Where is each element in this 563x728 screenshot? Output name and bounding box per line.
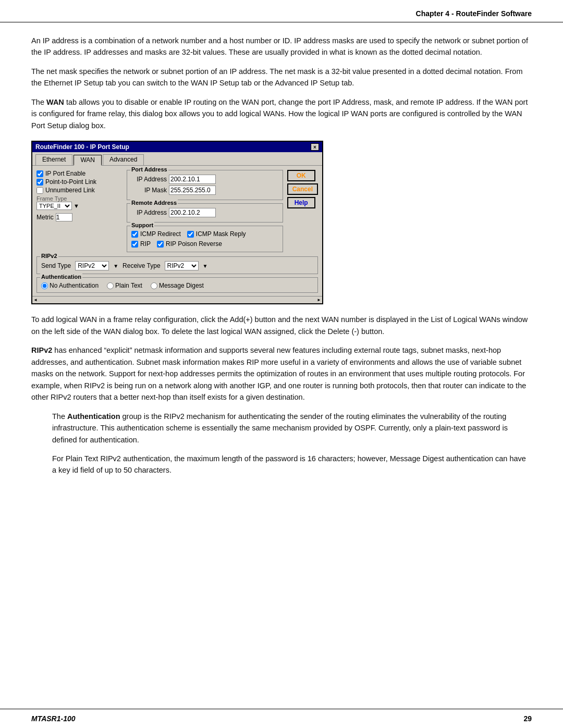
ripv2-section: RIPv2 Send Type RIPv2 ▼ Receive Type RIP…: [36, 256, 318, 274]
tab-wan[interactable]: WAN: [74, 155, 102, 166]
message-digest-option: Message Digest: [151, 282, 204, 289]
ok-button[interactable]: OK: [287, 170, 315, 181]
port-mask-row: IP Mask: [131, 186, 278, 195]
metric-input[interactable]: [56, 213, 72, 221]
dialog-scrollbar-bottom: ◄ ►: [32, 296, 322, 303]
port-mask-input[interactable]: [169, 186, 216, 195]
plain-text-radio[interactable]: [107, 282, 114, 289]
authentication-options-row: No Authentication Plain Text Message Dig…: [41, 282, 313, 289]
message-digest-label: Message Digest: [159, 282, 204, 289]
content-area: An IP address is a combination of a netw…: [0, 22, 563, 476]
dialog-tabs: Ethernet WAN Advanced: [32, 152, 322, 165]
dialog-titlebar: RouteFinder 100 - IP Port Setup ×: [32, 142, 322, 152]
icmp-redirect-checkbox[interactable]: [131, 231, 138, 238]
dialog-wrapper: RouteFinder 100 - IP Port Setup × Ethern…: [31, 141, 532, 304]
footer: MTASR1-100 29: [0, 709, 563, 728]
point-to-point-label: Point-to-Point Link: [45, 178, 96, 186]
p5-bold: RIPv2: [31, 346, 52, 354]
send-type-dropdown-icon: ▼: [113, 263, 118, 269]
footer-page-number: 29: [523, 714, 532, 723]
support-row-1: ICMP Redirect ICMP Mask Reply: [131, 230, 278, 239]
no-auth-option: No Authentication: [41, 282, 99, 289]
metric-label: Metric: [36, 214, 54, 221]
icmp-redirect-label: ICMP Redirect: [140, 230, 181, 238]
p5-text-end: has enhanced “explicit” netmask informat…: [31, 346, 526, 401]
paragraph-7: For Plain Text RIPv2 authentication, the…: [52, 453, 532, 476]
point-to-point-row: Point-to-Point Link: [36, 178, 123, 186]
no-auth-radio[interactable]: [41, 282, 48, 289]
p6-bold: Authentication: [67, 412, 120, 421]
port-ip-input[interactable]: [169, 175, 216, 184]
dialog-left-panel: IP Port Enable Point-to-Point Link Unnum…: [36, 170, 123, 254]
paragraph-4: To add logical WAN in a frame relay conf…: [31, 314, 532, 337]
icmp-redirect-row: ICMP Redirect: [131, 230, 181, 238]
support-row-2: RIP RIP Poison Reverse: [131, 240, 278, 249]
rip-row: RIP: [131, 240, 151, 248]
unnumbered-checkbox[interactable]: [36, 187, 43, 194]
authentication-title: Authentication: [40, 274, 82, 280]
help-button[interactable]: Help: [287, 197, 315, 208]
paragraph-1: An IP address is a combination of a netw…: [31, 35, 532, 58]
p3-text-start: The: [31, 98, 46, 106]
remote-ip-label: IP Address: [131, 209, 167, 216]
metric-row: Metric: [36, 213, 123, 221]
ip-port-enable-checkbox[interactable]: [36, 170, 43, 177]
frame-type-select[interactable]: TYPE_II: [36, 202, 72, 210]
paragraph-2: The net mask specifies the network or su…: [31, 66, 532, 89]
dialog-buttons-panel: OK Cancel Help: [287, 170, 318, 254]
rip-poison-label: RIP Poison Reverse: [166, 240, 222, 248]
authentication-section: Authentication No Authentication Plain T…: [36, 277, 318, 293]
dialog-title: RouteFinder 100 - IP Port Setup: [35, 143, 129, 151]
p3-bold: WAN: [46, 98, 64, 106]
plain-text-label: Plain Text: [115, 282, 142, 289]
unnumbered-label: Unnumbered Link: [45, 187, 95, 194]
unnumbered-row: Unnumbered Link: [36, 187, 123, 194]
no-auth-label: No Authentication: [50, 282, 99, 289]
ip-port-enable-label: IP Port Enable: [45, 170, 85, 177]
paragraph-5: RIPv2 has enhanced “explicit” netmask in…: [31, 344, 532, 403]
point-to-point-checkbox[interactable]: [36, 179, 43, 186]
scroll-left-icon: ◄: [33, 298, 38, 302]
receive-type-select[interactable]: RIPv2: [165, 261, 199, 270]
ip-port-enable-row: IP Port Enable: [36, 170, 123, 177]
footer-document-id: MTASR1-100: [31, 714, 76, 723]
plain-text-option: Plain Text: [107, 282, 142, 289]
receive-type-dropdown-icon: ▼: [203, 263, 208, 269]
send-type-select[interactable]: RIPv2: [75, 261, 109, 270]
support-group: Support ICMP Redirect ICMP: [127, 226, 283, 252]
remote-address-group: Remote Address IP Address: [127, 203, 283, 223]
receive-type-label: Receive Type: [123, 262, 161, 269]
paragraph-3: The WAN tab allows you to disable or ena…: [31, 96, 532, 131]
icmp-mask-reply-checkbox[interactable]: [187, 231, 194, 238]
message-digest-radio[interactable]: [151, 282, 157, 289]
page-container: Chapter 4 - RouteFinder Software An IP a…: [0, 0, 563, 728]
port-ip-label: IP Address: [131, 176, 167, 183]
header: Chapter 4 - RouteFinder Software: [0, 0, 563, 22]
chapter-title: Chapter 4 - RouteFinder Software: [416, 9, 532, 18]
icmp-mask-reply-row: ICMP Mask Reply: [187, 230, 246, 238]
frame-type-label: Frame Type: [36, 195, 123, 202]
remote-address-title: Remote Address: [130, 200, 178, 206]
tab-ethernet[interactable]: Ethernet: [35, 154, 72, 165]
remote-ip-row: IP Address: [131, 208, 278, 217]
port-address-group: Port Address IP Address IP Mask: [127, 170, 283, 200]
port-mask-label: IP Mask: [131, 187, 167, 194]
rip-poison-row: RIP Poison Reverse: [157, 240, 222, 248]
rip-checkbox[interactable]: [131, 241, 138, 248]
ripv2-title: RIPv2: [40, 253, 58, 259]
support-title: Support: [130, 222, 154, 228]
send-type-label: Send Type: [41, 262, 71, 269]
remote-ip-input[interactable]: [169, 208, 216, 217]
rip-poison-checkbox[interactable]: [157, 241, 164, 248]
port-address-title: Port Address: [130, 166, 168, 172]
port-ip-row: IP Address: [131, 175, 278, 184]
ripv2-row: Send Type RIPv2 ▼ Receive Type RIPv2 ▼: [41, 261, 313, 270]
icmp-mask-reply-label: ICMP Mask Reply: [196, 230, 246, 238]
frame-type-dropdown-icon: ▼: [74, 203, 79, 209]
p6-text-start: The: [52, 412, 67, 421]
scroll-right-icon: ►: [317, 298, 321, 302]
cancel-button[interactable]: Cancel: [287, 183, 318, 195]
close-button[interactable]: ×: [311, 143, 319, 151]
tab-advanced[interactable]: Advanced: [103, 154, 144, 165]
rip-label: RIP: [140, 240, 151, 248]
